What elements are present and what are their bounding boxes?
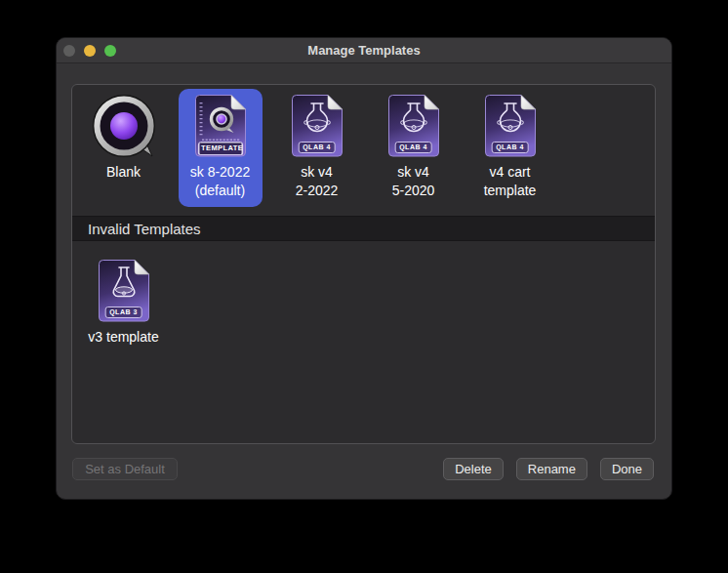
template-item-box[interactable]: QLAB 4 sk v4 5-2020 xyxy=(372,89,456,207)
qlab-template-document-icon: TEMPLATE xyxy=(195,95,246,157)
icon-slot: QLAB 4 xyxy=(485,94,536,158)
template-badge: QLAB 4 xyxy=(394,142,432,153)
template-badge: QLAB 4 xyxy=(491,142,529,153)
template-item-box[interactable]: Blank xyxy=(82,89,166,188)
invalid-templates-row: QLAB 3 v3 template xyxy=(72,241,655,353)
delete-button[interactable]: Delete xyxy=(443,458,504,480)
template-badge: QLAB 3 xyxy=(104,307,142,318)
qlab4-document-icon: QLAB 4 xyxy=(485,95,536,157)
qlab4-document-icon: QLAB 4 xyxy=(292,95,343,157)
template-badge: TEMPLATE xyxy=(198,142,242,155)
title-bar[interactable]: Manage Templates xyxy=(57,38,671,63)
template-item-box[interactable]: QLAB 4 v4 cart template xyxy=(468,89,552,207)
template-item[interactable]: QLAB 4 sk v4 5-2020 xyxy=(365,89,462,216)
templates-list-panel: Blank TEMPLATE sk 8-2022 (default) xyxy=(71,84,656,444)
template-item-box[interactable]: QLAB 3 v3 template xyxy=(82,254,166,353)
template-label-line1: sk 8-2022 xyxy=(174,163,267,182)
template-label-line2: 5-2020 xyxy=(367,182,461,200)
template-label-line2: template xyxy=(464,182,557,200)
template-label-line1: sk v4 xyxy=(270,163,364,182)
set-as-default-button: Set as Default xyxy=(72,458,178,480)
invalid-templates-header: Invalid Templates xyxy=(72,216,655,241)
manage-templates-window: Manage Templates Blank xyxy=(56,37,672,500)
template-label-line1: v4 cart xyxy=(464,163,557,182)
template-item[interactable]: QLAB 4 sk v4 2-2022 xyxy=(268,89,365,216)
icon-slot: QLAB 3 xyxy=(99,259,149,323)
window-title: Manage Templates xyxy=(57,38,671,63)
done-button[interactable]: Done xyxy=(600,458,654,480)
template-item-box-selected[interactable]: TEMPLATE sk 8-2022 (default) xyxy=(179,89,263,207)
rename-button[interactable]: Rename xyxy=(516,458,587,480)
icon-slot xyxy=(92,94,156,158)
template-item[interactable]: QLAB 4 v4 cart template xyxy=(462,89,558,216)
template-label-line2: 2-2022 xyxy=(270,182,364,200)
qlab4-document-icon: QLAB 4 xyxy=(388,95,439,157)
icon-slot: TEMPLATE xyxy=(195,94,246,158)
desktop-background: Manage Templates Blank xyxy=(0,0,728,573)
template-item[interactable]: QLAB 3 v3 template xyxy=(75,254,172,353)
template-item-box[interactable]: QLAB 4 sk v4 2-2022 xyxy=(275,89,359,207)
template-item[interactable]: TEMPLATE sk 8-2022 (default) xyxy=(172,89,268,216)
template-label-line2: (default) xyxy=(174,182,267,200)
icon-slot: QLAB 4 xyxy=(388,94,439,158)
template-label-line1: sk v4 xyxy=(367,163,461,182)
template-item[interactable]: Blank xyxy=(75,89,172,216)
template-label: Blank xyxy=(77,163,171,182)
qlab3-document-icon: QLAB 3 xyxy=(99,260,149,322)
valid-templates-row: Blank TEMPLATE sk 8-2022 (default) xyxy=(72,85,655,216)
qlab-app-icon xyxy=(92,94,156,158)
footer-button-bar: Set as Default Delete Rename Done xyxy=(72,458,654,480)
icon-slot: QLAB 4 xyxy=(292,94,343,158)
template-badge: QLAB 4 xyxy=(298,142,336,153)
template-label: v3 template xyxy=(77,328,171,347)
